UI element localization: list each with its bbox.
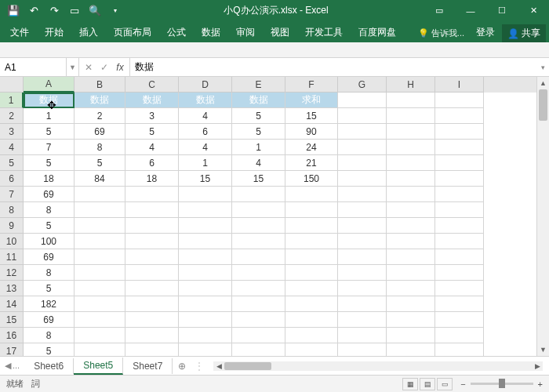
- name-box[interactable]: A1: [0, 58, 67, 76]
- cell[interactable]: [179, 312, 232, 328]
- row-header[interactable]: 11: [0, 249, 24, 265]
- cell[interactable]: [435, 296, 484, 312]
- cell[interactable]: [435, 281, 484, 296]
- enter-icon[interactable]: ✓: [98, 62, 111, 73]
- tab-data[interactable]: 数据: [195, 23, 227, 42]
- fx-icon[interactable]: fx: [114, 62, 126, 73]
- cell[interactable]: [285, 265, 338, 281]
- cell[interactable]: 数据: [24, 93, 75, 108]
- cell[interactable]: [75, 312, 125, 328]
- cell[interactable]: [338, 296, 387, 312]
- cell[interactable]: [125, 234, 179, 249]
- cell[interactable]: [387, 171, 435, 187]
- cell[interactable]: [179, 187, 232, 202]
- cell[interactable]: [435, 155, 484, 171]
- share-button[interactable]: 👤共享: [502, 24, 546, 42]
- cell[interactable]: [435, 234, 484, 249]
- cell[interactable]: 4: [179, 108, 232, 124]
- cell[interactable]: [75, 234, 125, 249]
- cell[interactable]: 100: [24, 234, 75, 249]
- cell[interactable]: [338, 171, 387, 187]
- cell[interactable]: [338, 202, 387, 218]
- cell[interactable]: [285, 328, 338, 343]
- cell[interactable]: [435, 343, 484, 356]
- sheet-nav-prev-icon[interactable]: ◀: [5, 361, 11, 371]
- cell[interactable]: 7: [24, 140, 75, 155]
- cancel-icon[interactable]: ✕: [82, 62, 95, 73]
- cell[interactable]: [75, 296, 125, 312]
- row-header[interactable]: 1: [0, 93, 24, 108]
- cell[interactable]: 5: [24, 281, 75, 296]
- cell[interactable]: [75, 265, 125, 281]
- cell[interactable]: [338, 281, 387, 296]
- cell[interactable]: [75, 249, 125, 265]
- cell[interactable]: [285, 187, 338, 202]
- scroll-right-icon[interactable]: ▶: [532, 360, 543, 372]
- view-pagelayout-icon[interactable]: ▤: [420, 378, 435, 390]
- cell[interactable]: [125, 343, 179, 356]
- cell[interactable]: [232, 218, 285, 234]
- horizontal-scrollbar[interactable]: ◀ ▶: [213, 361, 543, 371]
- cell[interactable]: 69: [24, 187, 75, 202]
- cell[interactable]: 5: [24, 124, 75, 140]
- tab-devtools[interactable]: 开发工具: [298, 23, 350, 42]
- cell[interactable]: 90: [285, 124, 338, 140]
- cell[interactable]: [232, 234, 285, 249]
- cell[interactable]: 1: [179, 155, 232, 171]
- cell[interactable]: [435, 108, 484, 124]
- cell[interactable]: 15: [232, 171, 285, 187]
- tell-me[interactable]: 💡 告诉我...: [413, 24, 469, 42]
- cell[interactable]: 数据: [75, 93, 125, 108]
- row-header[interactable]: 4: [0, 140, 24, 155]
- cell[interactable]: 15: [179, 171, 232, 187]
- cell[interactable]: 150: [285, 171, 338, 187]
- cell[interactable]: [179, 218, 232, 234]
- cell[interactable]: [387, 343, 435, 356]
- row-header[interactable]: 3: [0, 124, 24, 140]
- cell[interactable]: [232, 312, 285, 328]
- cell[interactable]: [125, 281, 179, 296]
- col-header-A[interactable]: A: [24, 77, 75, 93]
- cell[interactable]: [435, 187, 484, 202]
- cell[interactable]: [338, 187, 387, 202]
- cell[interactable]: [387, 249, 435, 265]
- cell[interactable]: 数据: [232, 93, 285, 108]
- qat-customize-icon[interactable]: ▾: [107, 2, 124, 20]
- name-box-dropdown-icon[interactable]: ▼: [67, 58, 79, 76]
- vscroll-track[interactable]: [537, 89, 549, 343]
- row-header[interactable]: 5: [0, 155, 24, 171]
- cell[interactable]: 1: [24, 108, 75, 124]
- cell[interactable]: 5: [232, 108, 285, 124]
- cell[interactable]: [387, 108, 435, 124]
- cell[interactable]: 15: [285, 108, 338, 124]
- cell[interactable]: [387, 281, 435, 296]
- cell[interactable]: [285, 281, 338, 296]
- cell[interactable]: 18: [125, 171, 179, 187]
- cell[interactable]: [387, 187, 435, 202]
- cell[interactable]: [75, 343, 125, 356]
- hscroll-track[interactable]: [224, 361, 532, 371]
- row-header[interactable]: 14: [0, 296, 24, 312]
- cell[interactable]: [179, 249, 232, 265]
- maximize-icon[interactable]: ☐: [486, 0, 518, 21]
- cell[interactable]: [387, 155, 435, 171]
- cell[interactable]: 8: [24, 265, 75, 281]
- formula-expand-icon[interactable]: ▾: [536, 58, 549, 76]
- cell[interactable]: [75, 218, 125, 234]
- cell[interactable]: [285, 234, 338, 249]
- cell[interactable]: [232, 187, 285, 202]
- tab-view[interactable]: 视图: [264, 23, 296, 42]
- cell[interactable]: [338, 234, 387, 249]
- cell[interactable]: 4: [179, 140, 232, 155]
- cell[interactable]: [435, 265, 484, 281]
- cell[interactable]: [387, 328, 435, 343]
- zoom-handle[interactable]: [499, 379, 505, 388]
- cell[interactable]: [125, 312, 179, 328]
- cell[interactable]: [232, 296, 285, 312]
- cell[interactable]: [179, 265, 232, 281]
- close-icon[interactable]: ✕: [518, 0, 549, 21]
- col-header-I[interactable]: I: [435, 77, 484, 93]
- cell[interactable]: 8: [75, 140, 125, 155]
- cell[interactable]: [387, 140, 435, 155]
- cell[interactable]: 3: [125, 108, 179, 124]
